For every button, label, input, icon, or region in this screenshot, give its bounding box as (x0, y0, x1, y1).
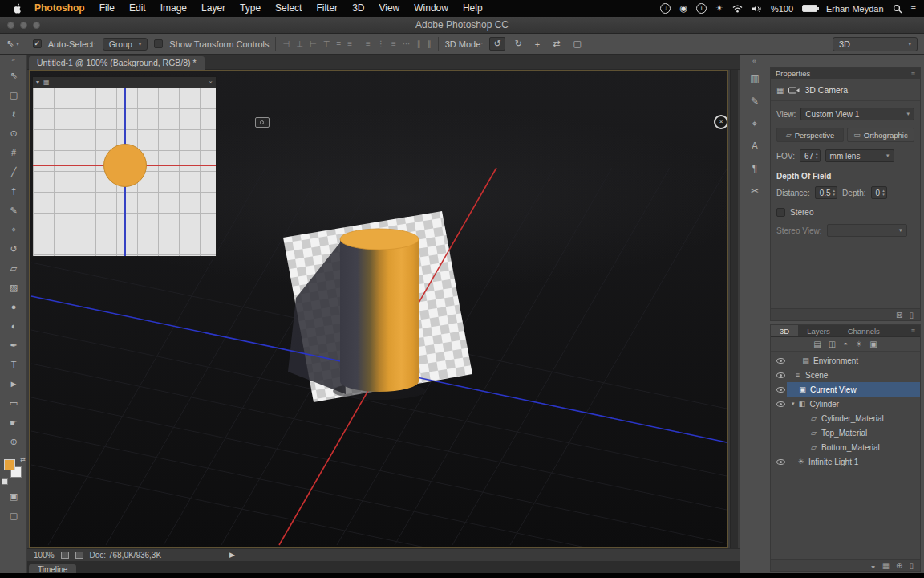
roll-camera-icon[interactable]: ↻ (512, 38, 525, 50)
align-left-icon[interactable]: ⊣ (282, 39, 290, 48)
stepper-icon[interactable]: ▴▾ (816, 152, 818, 160)
tab-3d[interactable]: 3D (771, 325, 798, 336)
screen-mode-button[interactable]: ▢ (0, 506, 27, 525)
foreground-color-swatch[interactable] (4, 459, 15, 470)
window-title-bar[interactable]: Adobe Photoshop CC (0, 17, 924, 34)
auto-select-target-select[interactable]: Group▾ (103, 38, 148, 51)
quick-selection-tool[interactable]: ⊙ (0, 124, 27, 143)
menu-help[interactable]: Help (456, 0, 490, 17)
adjustments-panel-icon[interactable]: ▥ (740, 67, 769, 90)
stereo-checkbox[interactable] (776, 208, 785, 217)
grid-icon[interactable]: ▦ (43, 79, 50, 86)
move-tool[interactable]: ⇖ (0, 66, 27, 85)
document-tab[interactable]: Untitled-1 @ 100% (Background, RGB/8) * (29, 56, 205, 70)
menu-select[interactable]: Select (268, 0, 309, 17)
cylinder-body[interactable] (340, 239, 419, 392)
view-select[interactable]: Custom View 1 ▾ (800, 108, 914, 120)
filter-materials-icon[interactable]: ◓ (843, 340, 848, 348)
info-icon[interactable]: i (696, 3, 707, 14)
tab-layers[interactable]: Layers (798, 325, 839, 336)
menu-3d[interactable]: 3D (345, 0, 371, 17)
filter-current-view-icon[interactable]: ▣ (869, 340, 877, 348)
auto-select-checkbox[interactable]: ✓ (33, 39, 42, 48)
tree-row-infinite-light[interactable]: ☀Infinite Light 1 (771, 454, 920, 469)
apple-logo-icon[interactable] (8, 3, 27, 14)
tool-preset-picker[interactable]: ⇖▾ (6, 39, 19, 49)
secondary-view-body[interactable] (33, 88, 216, 256)
tree-row-environment[interactable]: ▤Environment (771, 353, 920, 368)
quick-mask-button[interactable]: ▣ (0, 486, 27, 506)
stepper-icon[interactable]: ▴▾ (882, 189, 885, 197)
pan-camera-icon[interactable]: + (532, 39, 543, 50)
hand-tool[interactable]: ☛ (0, 413, 27, 432)
distance-input[interactable]: 0.5 ▴▾ (815, 186, 837, 199)
visibility-cell[interactable] (774, 387, 787, 393)
tree-row-bottom-material[interactable]: ▱Bottom_Material (771, 440, 920, 454)
distribute-middle-icon[interactable]: ⋮ (377, 39, 385, 48)
close-icon[interactable]: × (209, 79, 213, 86)
clone-source-panel-icon[interactable]: ⌖ (740, 112, 769, 135)
clone-stamp-tool[interactable]: ⌖ (0, 220, 27, 239)
zoom-camera-icon[interactable]: ▢ (570, 38, 585, 50)
texture-icon[interactable]: ▦ (882, 561, 890, 570)
visibility-cell[interactable] (774, 401, 787, 407)
window-minimize-button[interactable] (20, 22, 27, 29)
tools-extra-panel-icon[interactable]: ✂ (740, 180, 769, 202)
stepper-down-icon[interactable]: ▾ (882, 193, 885, 197)
tree-row-scene[interactable]: ≡Scene (771, 368, 920, 382)
show-transform-checkbox[interactable] (154, 39, 163, 48)
status-play-icon[interactable]: ▶ (229, 551, 235, 559)
tree-row-current-view[interactable]: ▣Current View (771, 382, 920, 397)
vertical-scrollbar[interactable] (730, 70, 738, 548)
blur-tool[interactable]: ● (0, 297, 27, 316)
panels-collapse-icon[interactable]: « (740, 55, 768, 67)
menu-type[interactable]: Type (233, 0, 268, 17)
eraser-tool[interactable]: ▱ (0, 258, 27, 278)
zoom-tool[interactable]: ⊕ (0, 432, 27, 451)
menu-photoshop[interactable]: Photoshop (27, 0, 92, 17)
brush-panel-icon[interactable]: ✎ (740, 90, 769, 112)
distribute-bottom-icon[interactable]: ≡ (391, 39, 396, 48)
spotlight-search-icon[interactable] (893, 4, 902, 14)
crop-tool[interactable]: # (0, 143, 27, 162)
volume-icon[interactable] (752, 5, 762, 13)
brush-tool[interactable]: ✎ (0, 201, 27, 220)
chevron-down-icon[interactable]: ▾ (36, 79, 39, 86)
menu-filter[interactable]: Filter (309, 0, 345, 17)
history-brush-tool[interactable]: ↺ (0, 239, 27, 258)
secondary-view-header[interactable]: ▾ ▦ × (33, 77, 216, 88)
disclosure-triangle-icon[interactable]: ▾ (792, 401, 795, 407)
coordinates-icon[interactable]: ⊠ (896, 311, 902, 320)
workspace-switcher[interactable]: 3D▾ (833, 37, 918, 51)
lens-select[interactable]: mm lens ▾ (825, 149, 894, 162)
filter-meshes-icon[interactable]: ◫ (829, 340, 836, 348)
stepper-down-icon[interactable]: ▾ (833, 193, 836, 197)
distribute-right-icon[interactable]: ∥ (428, 39, 432, 48)
eye-icon[interactable] (776, 387, 785, 393)
menu-user-name[interactable]: Erhan Meydan (826, 4, 884, 14)
tree-row-cylinder-material[interactable]: ▱Cylinder_Material (771, 411, 920, 425)
brightness-icon[interactable]: ☀ (715, 4, 723, 13)
window-zoom-button[interactable] (33, 22, 40, 29)
target-icon[interactable]: ◉ (679, 4, 687, 13)
eye-icon[interactable] (776, 459, 785, 465)
type-tool[interactable]: T (0, 355, 27, 374)
depth-input[interactable]: 0 ▴▾ (871, 186, 887, 199)
tree-row-cylinder[interactable]: ▾◧Cylinder (771, 397, 920, 411)
stepper-down-icon[interactable]: ▾ (816, 156, 818, 160)
eyedropper-tool[interactable]: ╱ (0, 162, 27, 181)
lasso-tool[interactable]: ℓ (0, 104, 27, 124)
zoom-level[interactable]: 100% (34, 551, 55, 560)
download-icon[interactable]: ↓ (660, 3, 671, 14)
default-colors-icon[interactable] (2, 478, 8, 485)
wifi-icon[interactable] (732, 5, 743, 13)
dodge-tool[interactable]: ◐ (0, 316, 27, 336)
menu-view[interactable]: View (371, 0, 407, 17)
path-selection-tool[interactable]: ► (0, 374, 27, 393)
render-icon[interactable]: ◒ (871, 561, 876, 570)
visibility-cell[interactable] (774, 459, 787, 465)
distribute-top-icon[interactable]: ≡ (366, 39, 371, 48)
distribute-left-icon[interactable]: ⋯ (403, 39, 411, 48)
filter-lights-icon[interactable]: ☀ (855, 340, 862, 348)
menu-edit[interactable]: Edit (122, 0, 153, 17)
